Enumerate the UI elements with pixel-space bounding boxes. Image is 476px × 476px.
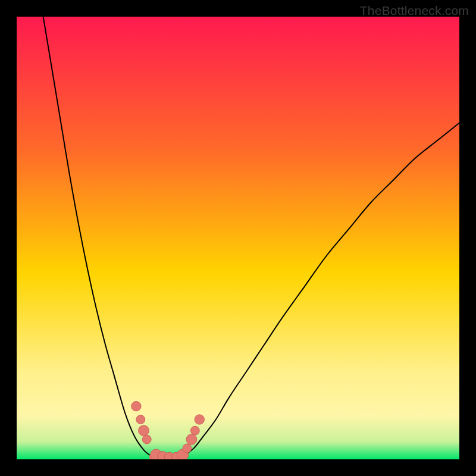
plot-area — [17, 17, 459, 459]
data-point-marker — [186, 434, 197, 445]
data-point-marker — [190, 426, 199, 435]
data-point-marker — [131, 402, 141, 411]
bottleneck-curve — [17, 17, 459, 459]
watermark-text: TheBottleneck.com — [360, 4, 469, 18]
curve-segment — [43, 17, 150, 455]
outer-frame: TheBottleneck.com — [0, 0, 476, 476]
data-point-marker — [142, 435, 151, 444]
curve-segment — [185, 123, 459, 455]
data-point-marker — [183, 444, 192, 453]
data-point-marker — [136, 415, 145, 424]
data-point-marker — [195, 415, 204, 424]
data-point-marker — [139, 425, 149, 436]
